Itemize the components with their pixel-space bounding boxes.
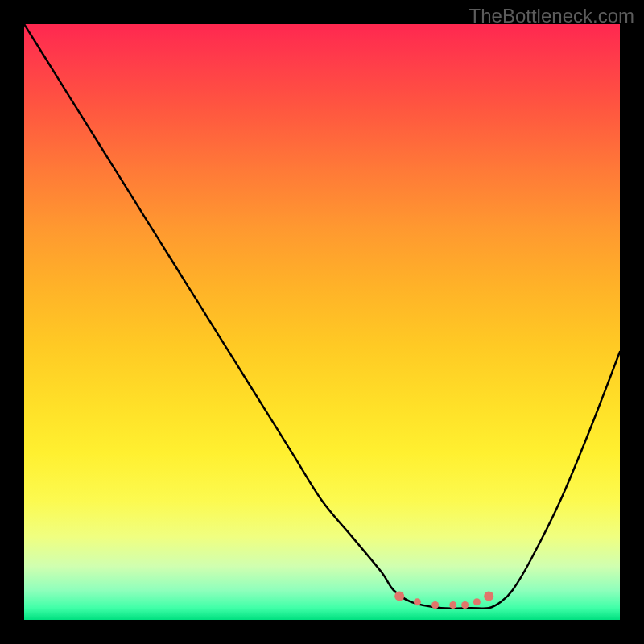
plot-area bbox=[24, 24, 620, 620]
marker-dot bbox=[414, 598, 421, 605]
curve-svg bbox=[24, 24, 620, 620]
marker-dot bbox=[431, 601, 439, 609]
marker-dot bbox=[484, 591, 493, 601]
marker-dot bbox=[394, 591, 404, 601]
watermark-text: TheBottleneck.com bbox=[469, 5, 634, 27]
marker-dot bbox=[449, 601, 456, 609]
marker-dot bbox=[461, 601, 469, 609]
chart-container: TheBottleneck.com bbox=[0, 0, 644, 644]
marker-dot bbox=[473, 598, 481, 605]
marker-group bbox=[394, 591, 493, 609]
bottleneck-curve-path bbox=[24, 24, 620, 609]
